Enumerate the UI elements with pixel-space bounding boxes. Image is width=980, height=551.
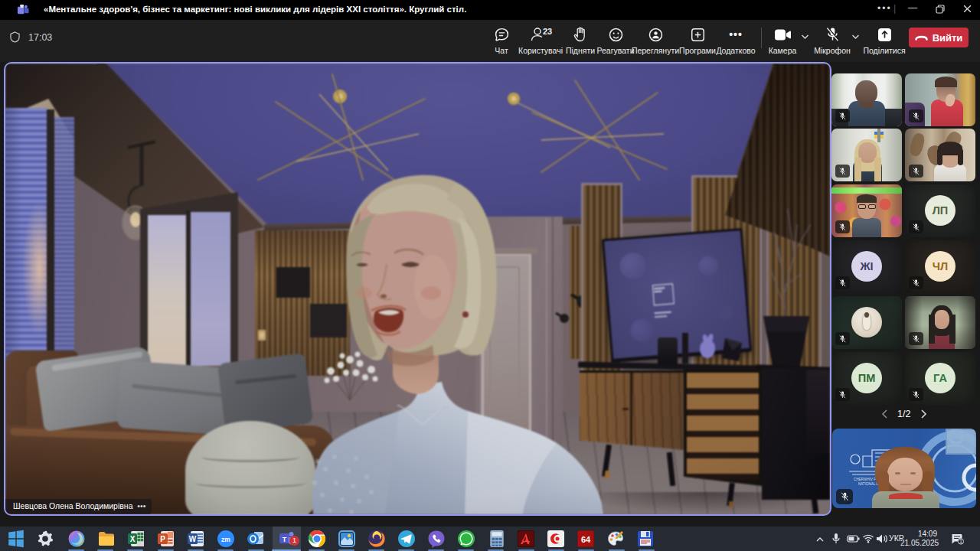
svg-text:64: 64	[581, 535, 591, 544]
svg-text:1: 1	[959, 539, 962, 544]
svg-text:W: W	[189, 535, 197, 543]
svg-text:23: 23	[543, 27, 552, 36]
svg-text:X: X	[130, 535, 136, 543]
svg-text:T: T	[283, 536, 287, 543]
svg-text:zm: zm	[221, 536, 230, 543]
svg-text:P: P	[160, 535, 165, 543]
